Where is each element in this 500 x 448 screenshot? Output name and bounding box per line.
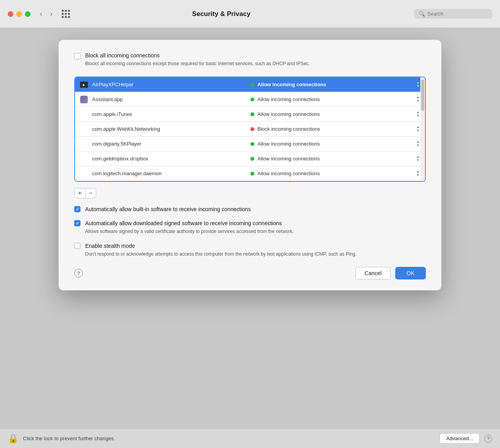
action-buttons: Cancel OK xyxy=(355,267,426,279)
list-scrollbar[interactable] xyxy=(420,77,425,181)
help-button[interactable]: ? xyxy=(74,269,83,277)
close-button[interactable] xyxy=(8,11,13,17)
bottom-bar: ? Cancel OK xyxy=(74,267,426,279)
block-all-desc: Blocks all incoming connections except t… xyxy=(85,60,310,67)
status-dot-2 xyxy=(250,112,254,116)
app-icon-placeholder-6 xyxy=(80,169,88,178)
app-name-0: AirPlayXPCHelper xyxy=(92,82,250,87)
minimize-button[interactable] xyxy=(16,11,22,17)
traffic-lights xyxy=(8,11,30,17)
status-bar: 🔒 Click the lock to prevent further chan… xyxy=(0,428,500,448)
advanced-button[interactable]: Advanced... xyxy=(439,433,480,444)
status-text-6: Allow incoming connections xyxy=(257,171,416,176)
app-icon-placeholder-2 xyxy=(80,110,88,119)
block-all-label: Block all incoming connections xyxy=(85,52,310,59)
firewall-row-4[interactable]: com.digiarty.5KPlayer Allow incoming con… xyxy=(75,137,425,151)
signed-software-desc: Allows software signed by a valid certif… xyxy=(85,228,294,235)
lock-icon[interactable]: 🔒 xyxy=(8,434,18,444)
stepper-3[interactable]: ▲ ▼ xyxy=(416,125,420,133)
status-dot-4 xyxy=(250,142,254,146)
app-icon-placeholder-4 xyxy=(80,140,88,148)
firewall-row-6[interactable]: com.logitech.manager.daemon Allow incomi… xyxy=(75,166,425,181)
signed-software-checkbox[interactable] xyxy=(74,220,80,226)
firewall-row-2[interactable]: com.apple.iTunes Allow incoming connecti… xyxy=(75,107,425,122)
checkbox-builtin-row: Automatically allow built-in software to… xyxy=(74,206,426,212)
scrollbar-thumb xyxy=(421,80,424,111)
stealth-mode-label: Enable stealth mode xyxy=(85,243,356,249)
app-icon-assistant xyxy=(80,95,88,104)
ok-button[interactable]: OK xyxy=(395,267,426,279)
app-name-2: com.apple.iTunes xyxy=(92,111,250,117)
app-name-1: Assistant.app xyxy=(92,96,250,102)
stepper-4[interactable]: ▲ ▼ xyxy=(416,140,420,148)
add-button[interactable]: + xyxy=(74,188,85,198)
status-text-1: Allow incoming connections xyxy=(257,96,416,102)
status-text-2: Allow incoming connections xyxy=(257,111,416,117)
app-icon-placeholder-5 xyxy=(80,155,88,163)
main-area: Block all incoming connections Blocks al… xyxy=(0,28,500,448)
checkbox-signed-row: Automatically allow downloaded signed so… xyxy=(74,220,426,235)
status-dot-5 xyxy=(250,157,254,161)
block-all-checkbox[interactable] xyxy=(74,53,80,59)
app-icon-placeholder-3 xyxy=(80,125,88,133)
stealth-mode-desc: Don't respond to or acknowledge attempts… xyxy=(85,251,356,258)
status-dot-0 xyxy=(250,83,254,87)
lock-text: Click the lock to prevent further change… xyxy=(23,436,435,441)
checkbox-stealth-row: Enable stealth mode Don't respond to or … xyxy=(74,243,426,258)
stealth-mode-checkbox[interactable] xyxy=(74,243,80,249)
add-remove-row: + − xyxy=(74,188,426,198)
status-text-3: Block incoming connections xyxy=(257,126,416,132)
window-title: Security & Privacy xyxy=(29,10,414,18)
search-icon: 🔍 xyxy=(419,11,425,17)
cancel-button[interactable]: Cancel xyxy=(355,267,391,279)
status-dot-6 xyxy=(250,172,254,176)
signed-software-label: Automatically allow downloaded signed so… xyxy=(85,220,294,226)
status-text-0: Allow incoming connections xyxy=(257,82,416,87)
app-name-5: com.getdropbox.dropbox xyxy=(92,156,250,162)
firewall-row-0[interactable]: AirPlayXPCHelper Allow incoming connecti… xyxy=(75,77,425,92)
status-dot-3 xyxy=(250,127,254,131)
stepper-5[interactable]: ▲ ▼ xyxy=(416,155,420,163)
status-dot-1 xyxy=(250,98,254,101)
app-name-6: com.logitech.manager.daemon xyxy=(92,171,250,176)
stepper-0[interactable]: ▲ ▼ xyxy=(416,80,420,89)
firewall-row-3[interactable]: com.apple.WebKit.Networking Block incomi… xyxy=(75,122,425,137)
builtin-software-checkbox[interactable] xyxy=(74,206,80,212)
search-input[interactable] xyxy=(427,11,486,17)
app-icon-airplay xyxy=(80,80,88,89)
firewall-panel: Block all incoming connections Blocks al… xyxy=(59,40,441,290)
stepper-1[interactable]: ▲ ▼ xyxy=(416,95,420,104)
status-help-button[interactable]: ? xyxy=(484,435,492,443)
stepper-2[interactable]: ▲ ▼ xyxy=(416,110,420,119)
firewall-list: AirPlayXPCHelper Allow incoming connecti… xyxy=(74,76,426,182)
search-box[interactable]: 🔍 xyxy=(414,9,492,19)
status-text-5: Allow incoming connections xyxy=(257,156,416,162)
block-all-row: Block all incoming connections Blocks al… xyxy=(74,52,426,67)
firewall-row-5[interactable]: com.getdropbox.dropbox Allow incoming co… xyxy=(75,151,425,166)
builtin-software-label: Automatically allow built-in software to… xyxy=(85,206,251,212)
stepper-6[interactable]: ▲ ▼ xyxy=(416,169,420,178)
title-bar: ‹ › Security & Privacy 🔍 xyxy=(0,0,500,28)
app-name-4: com.digiarty.5KPlayer xyxy=(92,141,250,147)
app-name-3: com.apple.WebKit.Networking xyxy=(92,126,250,132)
firewall-row-1[interactable]: Assistant.app Allow incoming connections… xyxy=(75,92,425,107)
status-text-4: Allow incoming connections xyxy=(257,141,416,147)
remove-button[interactable]: − xyxy=(85,188,96,198)
